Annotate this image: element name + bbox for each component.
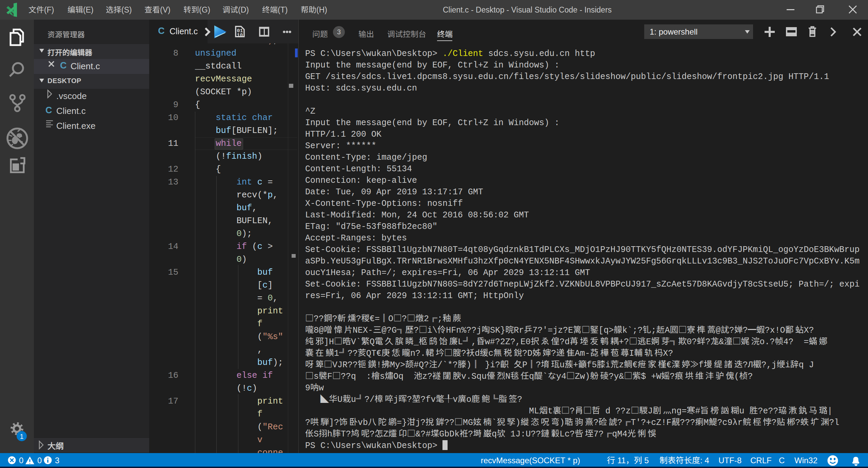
svg-text:10: 10: [237, 33, 243, 38]
svg-text:1: 1: [20, 433, 23, 440]
